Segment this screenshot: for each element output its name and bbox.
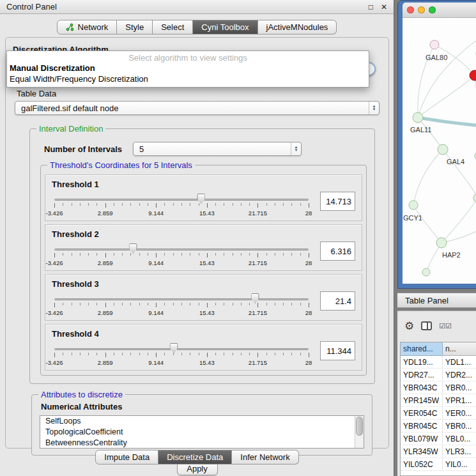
threshold-4-value-field[interactable]: 11.344 [320,341,355,360]
slider-track[interactable] [54,249,309,250]
network-view-window[interactable]: GAL80 GAL11 GAL4 GCY1 HAP2 [397,0,476,289]
column-header-shared-name[interactable]: shared... [401,342,443,356]
slider-thumb[interactable] [251,293,259,303]
threshold-2-slider[interactable]: -3.426 2.859 9.144 15.43 21.715 28 [54,241,309,269]
scrollbar-thumb[interactable] [356,417,363,436]
tab-discretize-data[interactable]: Discretize Data [158,450,232,464]
table-row[interactable]: YBR045CYBR0... [401,420,476,433]
cyni-panel: Table Data galFiltered.sif default node … [5,37,389,449]
thresholds-group-title: Threshold's Coordinates for 5 Intervals [47,160,195,170]
table-row[interactable]: YBL079WYBL0... [401,433,476,445]
threshold-1-panel: Threshold 1 -3.426 2.859 9.144 1 [45,174,362,221]
cell: YIL0... [443,458,476,470]
list-scrollbar[interactable] [355,416,364,448]
node-gal11[interactable] [413,112,423,123]
slider-thumb[interactable] [129,243,137,254]
threshold-2-value-field[interactable]: 6.316 [320,242,355,261]
scale-label: 28 [305,309,312,316]
tab-label: jActiveMNodules [266,22,328,32]
dropdown-option-equal-width-frequency[interactable]: Equal Width/Frequency Discretization [7,73,369,84]
list-item[interactable]: TopologicalCoefficient [40,427,364,438]
list-item[interactable]: BetweennessCentrality [40,438,364,449]
table-row[interactable]: YPR145WYPR1... [401,394,476,407]
cell: YBL079W [401,433,443,445]
tab-infer-network[interactable]: Infer Network [232,450,298,464]
threshold-4-label: Threshold 4 [52,329,357,339]
tab-network[interactable]: Network [57,20,118,35]
dropdown-option-manual-discretization[interactable]: Manual Discretization [7,63,369,73]
interval-definition-title: Interval Definition [36,124,105,134]
table-row[interactable]: YIL052CYIL0... [401,458,476,471]
float-window-icon[interactable]: □ [369,3,373,12]
node[interactable] [422,268,430,276]
table-data-value: galFiltered.sif default node [21,104,118,113]
select-columns-checkboxes-icon[interactable]: ☑☑ [439,322,452,330]
tab-label: Cyni Toolbox [201,22,249,32]
slider-track[interactable] [54,298,309,300]
scale-label: 15.43 [199,210,215,217]
threshold-3-slider[interactable]: -3.426 2.859 9.144 15.43 21.715 28 [54,291,309,319]
network-window-titlebar[interactable] [403,3,476,18]
tab-style[interactable]: Style [117,20,153,35]
tab-cyni-toolbox[interactable]: Cyni Toolbox [193,20,257,35]
slider-track[interactable] [54,348,309,350]
threshold-3-value-field[interactable]: 21.4 [320,291,355,311]
slider-track[interactable] [54,199,309,201]
cell: YBR043C [401,381,443,394]
minimize-traffic-light-icon[interactable] [418,6,425,13]
close-icon[interactable]: ✕ [381,3,387,12]
scale-label: 9.144 [148,359,164,366]
control-panel: Control Panel □ ✕ Network [0,0,394,476]
table-panel-header[interactable]: Table Panel [397,293,476,308]
column-header-name[interactable]: n... [443,342,476,356]
node-gal80[interactable] [430,40,439,49]
gear-icon[interactable]: ⚙ [404,321,414,332]
combo-stepper-icon[interactable]: ▲ ▼ [369,102,379,114]
tab-jactivemnodules[interactable]: jActiveMNodules [258,20,337,35]
stepper-down-icon: ▼ [372,108,376,111]
node-gal4[interactable] [438,144,448,155]
tab-impute-data[interactable]: Impute Data [95,450,158,464]
list-item[interactable]: SelfLoops [40,416,364,427]
attributes-group: Attributes to discretize Numerical Attri… [31,394,372,456]
table-row[interactable]: YER054CYER0... [401,407,476,420]
table-row[interactable]: YDL19...YDL1... [401,356,476,369]
slider-thumb[interactable] [170,343,178,353]
network-canvas[interactable]: GAL80 GAL11 GAL4 GCY1 HAP2 [403,18,476,284]
cell: YLR3... [443,445,476,457]
scale-label: 9.144 [148,259,164,266]
scale-label: 21.715 [249,259,267,266]
node-label: GAL4 [447,158,464,165]
threshold-1-slider[interactable]: -3.426 2.859 9.144 15.43 21.715 28 [54,191,309,219]
cell: YBR0... [443,420,476,432]
tab-select[interactable]: Select [153,20,193,35]
close-traffic-light-icon[interactable] [407,6,414,13]
threshold-1-value-field[interactable]: 14.713 [320,192,355,211]
interval-definition-group: Interval Definition Number of Intervals … [29,128,375,384]
cell: YBR0... [443,381,476,394]
table-data-combobox[interactable]: galFiltered.sif default node ▲ ▼ [15,101,380,115]
table-row[interactable]: YDR27...YDR2... [401,369,476,381]
node-label: HAP2 [442,251,461,259]
zoom-traffic-light-icon[interactable] [429,6,436,13]
scale-label: 2.859 [98,309,113,316]
columns-icon[interactable] [421,321,432,330]
scale-label: 15.43 [199,359,215,366]
table-row[interactable]: YLR345WYLR3... [401,445,476,458]
node[interactable] [473,194,476,203]
tab-label: Discretize Data [167,452,223,462]
highlighted-edge[interactable] [418,118,476,126]
node-gcy1[interactable] [409,201,418,210]
threshold-4-slider[interactable]: -3.426 2.859 9.144 15.43 21.715 28 [54,341,309,369]
slider-scale: -3.426 2.859 9.144 15.43 21.715 28 [54,210,309,217]
cell: YPR1... [443,394,476,406]
number-of-intervals-label: Number of Intervals [44,144,122,154]
number-of-intervals-row: Number of Intervals 5 ▲ ▼ [44,142,365,156]
slider-ticks [54,353,309,358]
combo-stepper-icon[interactable]: ▲ ▼ [291,142,301,155]
slider-thumb[interactable] [197,194,205,204]
node-label: GAL11 [410,126,431,134]
table-row[interactable]: YBR043CYBR0... [401,381,476,394]
node-hap2[interactable] [436,238,447,248]
number-of-intervals-combobox[interactable]: 5 ▲ ▼ [133,142,302,156]
